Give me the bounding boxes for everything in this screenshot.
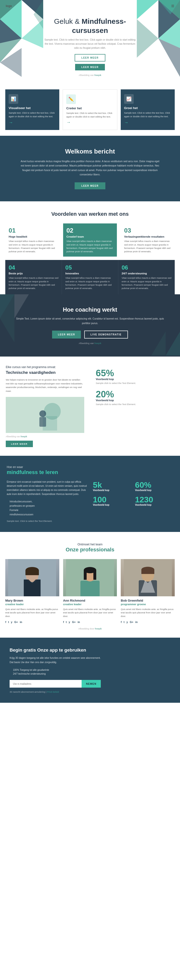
social-linkedin-ann[interactable]: in — [77, 620, 80, 624]
social-youtube-mary[interactable]: y — [11, 620, 12, 624]
privacy-link[interactable]: Privé-beleid — [47, 690, 59, 693]
social-linkedin-bob[interactable]: in — [135, 620, 138, 624]
social-gplus-bob[interactable]: G+ — [130, 620, 133, 624]
visualize-arrow[interactable]: → — [9, 120, 56, 125]
coaching-demo-button[interactable]: LIVE DEMONSTRATIE — [84, 331, 128, 339]
mindfulness-title: mindfulness te leren — [7, 469, 173, 476]
welcome-title: Welkoms bericht — [19, 148, 161, 155]
benefit-item-04: 04 Beste prijs Vitae suscipit tellus mau… — [5, 260, 62, 294]
coaching-body: Simple Text. Lorem ipsum dolor sit amet,… — [14, 317, 166, 325]
subscribe-button[interactable]: NEMEN — [82, 680, 101, 687]
social-youtube-ann[interactable]: y — [69, 620, 70, 624]
create-text: Sample text. Click to select the text bo… — [66, 111, 114, 118]
stat-65: 65% Voorbeeld kop Sample click to select… — [96, 369, 174, 385]
app-input-row: NEMEN — [9, 680, 101, 687]
social-facebook-ann[interactable]: f — [63, 620, 64, 624]
email-input[interactable] — [9, 680, 82, 687]
mindfulness-list-item-1: Introductiecursussen, — [7, 500, 87, 504]
create-title: Creëer het — [66, 107, 114, 110]
welcome-learn-button[interactable]: LEER MEER — [75, 182, 105, 189]
team-member-ann-socials: f t y G+ in — [63, 620, 117, 624]
hero-learn-more-button[interactable]: LEER MEER — [75, 54, 105, 62]
visualize-text: Sample text. Click to select the text bo… — [9, 111, 56, 118]
app-cta-body: Krijg 30 dagen toegang tot alle ieke fun… — [9, 656, 101, 664]
team-member-bob-role: programmer groene — [121, 603, 175, 606]
svg-rect-34 — [81, 581, 99, 596]
coaching-caption-link[interactable]: freepik — [94, 342, 101, 345]
team-member-bob: Bob Greenfield programmer groene Quis am… — [121, 559, 175, 624]
coaching-buttons: LEER MEER LIVE DEMONSTRATIE — [14, 331, 166, 339]
mindfulness-num-100: 100 — [93, 495, 131, 504]
grow-title: Groei het — [124, 106, 171, 110]
app-cta-title: Begin gratis Onze app te gebruiken — [9, 647, 96, 653]
app-feature-2: 24/7 technische ondersteuning — [9, 673, 171, 675]
stat-label-65: Voorbeeld kop — [96, 378, 174, 380]
team-grid: Mary Brown creative leader Quis amet nis… — [5, 559, 175, 624]
team-member-ann-name: Ann Richmond — [63, 599, 117, 602]
team-member-mary-name: Mary Brown — [5, 599, 59, 602]
team-subtitle: Ontmoet het team — [5, 542, 175, 546]
stat-num-65: 65% — [96, 369, 174, 378]
social-twitter-bob[interactable]: t — [123, 620, 125, 624]
create-icon: ✏️ — [66, 94, 76, 104]
features-section: 📊 Visualiseer het Sample text. Click to … — [0, 84, 180, 136]
social-facebook-bob[interactable]: f — [121, 620, 122, 624]
skills-subtitle: Elke cursus van het programma omvat: — [6, 365, 84, 369]
grow-arrow[interactable]: → — [124, 120, 171, 125]
mindfulness-stat-1230: 1230 Voorbeeld kop — [135, 495, 174, 506]
hero-section: Geluk & Mindfulness-cursussen Sample tex… — [0, 0, 180, 84]
stat-label-20: Voorbeeld kop — [96, 399, 174, 402]
benefit-num-02: 02 — [66, 227, 114, 234]
navigation: logo ≡ — [0, 0, 180, 12]
hamburger-icon[interactable]: ≡ — [171, 3, 174, 9]
social-twitter-ann[interactable]: t — [66, 620, 67, 624]
mindfulness-stat-100: 100 Voorbeeld kop — [93, 495, 131, 506]
mindfulness-label-60: Voorbeeld kop — [135, 489, 174, 492]
skills-body: We helpen trainers te innoveren en te gr… — [6, 378, 84, 393]
social-linkedin-mary[interactable]: in — [20, 620, 22, 624]
mindfulness-stat-60: 60% Voorbeeld kop — [135, 481, 174, 492]
team-photo-bob — [121, 559, 175, 596]
benefit-item-05: 05 Innovaties Vitae suscipit tellus maur… — [62, 260, 118, 294]
benefits-top-grid: 01 Hoge kwaliteit Vitae suscipit tellus … — [5, 223, 175, 256]
stat-sub-65: Sample click to select the Text Element. — [96, 382, 174, 385]
social-twitter-mary[interactable]: t — [8, 620, 9, 624]
team-member-ann-role: creative leader — [63, 603, 117, 606]
feature-card-grow: 📈 Groei het Sample text. Click to select… — [121, 89, 175, 130]
team-section: Ontmoet het team Onze professionals — [0, 532, 180, 638]
social-facebook-mary[interactable]: f — [5, 620, 6, 624]
team-member-mary: Mary Brown creative leader Quis amet nis… — [5, 559, 59, 624]
benefits-title: Voordelen van werken met ons — [5, 211, 175, 217]
team-caption-link[interactable]: freepik — [95, 627, 102, 630]
app-feature-1: 100% Toegang tot alle goudwrinte — [9, 669, 171, 671]
stat-num-20: 20% — [96, 390, 174, 399]
hero-start-button[interactable]: LEER MEER — [75, 64, 105, 70]
benefit-num-01: 01 — [9, 227, 56, 234]
mindfulness-sub: Sample text. Click to select the Text El… — [7, 520, 87, 522]
team-member-ann: Ann Richmond creative leader Quis amet n… — [63, 559, 117, 624]
mindfulness-label-5k: Voorbeeld kop — [93, 489, 131, 492]
coaching-learn-button[interactable]: LEER MEER — [52, 331, 81, 339]
team-member-mary-bio: Quis amet nisl libero molestie ante. ac … — [5, 608, 59, 618]
app-cta-section: Begin gratis Onze app te gebruiken Krijg… — [0, 638, 180, 703]
visualize-title: Visualiseer het — [9, 106, 56, 110]
social-gplus-ann[interactable]: G+ — [72, 620, 76, 624]
social-gplus-mary[interactable]: G+ — [14, 620, 18, 624]
mindfulness-left: Eirmpeur sint occaecat cupidatat non pro… — [7, 480, 87, 522]
skills-image-link[interactable]: freepik — [21, 435, 27, 438]
mindfulness-label-100: Voorbeeld kop — [93, 504, 131, 506]
team-photo-mary — [5, 559, 59, 596]
svg-marker-32 — [32, 579, 41, 596]
skills-section: Elke cursus van het programma omvat: Tec… — [0, 356, 180, 455]
mindfulness-body: Eirmpeur sint occaecat cupidatat non pro… — [7, 480, 87, 496]
social-youtube-bob[interactable]: y — [126, 620, 128, 624]
svg-rect-37 — [84, 570, 87, 580]
mindfulness-list: Introductiecursussen, proefessies en gro… — [7, 500, 87, 517]
svg-marker-31 — [24, 579, 32, 596]
benefit-text-02: Vitae suscipit tellus mauris a diam maec… — [66, 240, 114, 253]
mindfulness-num-60: 60% — [135, 481, 174, 489]
skills-learn-button[interactable]: LEER MEER — [6, 441, 33, 447]
hero-caption-link[interactable]: freepik — [94, 74, 101, 76]
create-arrow[interactable]: → — [66, 120, 114, 125]
coaching-section: Hoe coaching werkt Simple Text. Lorem ip… — [0, 294, 180, 356]
